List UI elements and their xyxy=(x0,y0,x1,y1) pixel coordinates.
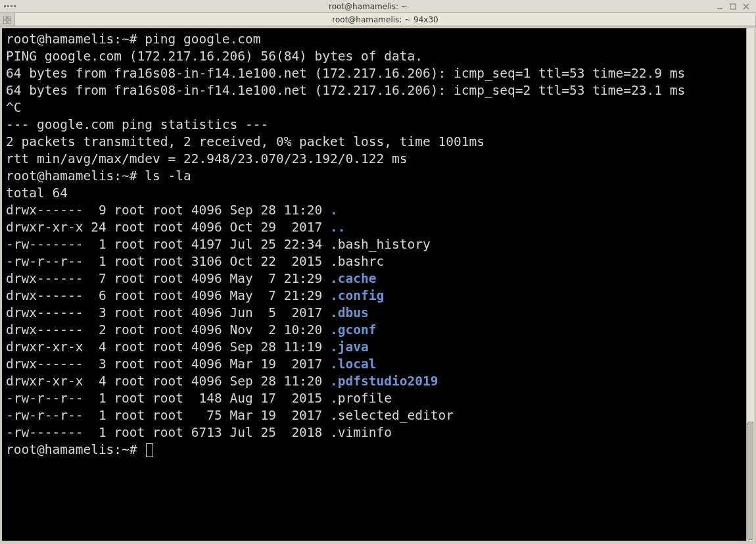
app-menu-icon[interactable] xyxy=(0,5,20,7)
close-icon[interactable] xyxy=(743,3,749,10)
scrollbar[interactable] xyxy=(746,28,754,541)
tab-terminal[interactable]: root@hamamelis: ~ 94x30 xyxy=(14,13,756,26)
cursor xyxy=(146,443,153,457)
tab-label: root@hamamelis: ~ 94x30 xyxy=(332,15,438,24)
svg-rect-4 xyxy=(3,16,7,19)
tab-grid-icon[interactable] xyxy=(0,13,14,26)
terminal-output[interactable]: root@hamamelis:~# ping google.comPING go… xyxy=(2,28,746,541)
maximize-icon[interactable] xyxy=(730,3,736,10)
svg-rect-6 xyxy=(3,20,7,24)
minimize-icon[interactable] xyxy=(717,3,723,10)
tab-bar: root@hamamelis: ~ 94x30 xyxy=(0,13,756,26)
window-title-bar: root@hamamelis: ~ xyxy=(0,0,756,13)
window-title: root@hamamelis: ~ xyxy=(20,2,717,11)
scrollbar-thumb[interactable] xyxy=(747,422,753,540)
svg-rect-5 xyxy=(8,16,11,19)
status-strip xyxy=(0,541,756,544)
svg-rect-7 xyxy=(8,20,11,24)
svg-rect-1 xyxy=(730,4,736,9)
